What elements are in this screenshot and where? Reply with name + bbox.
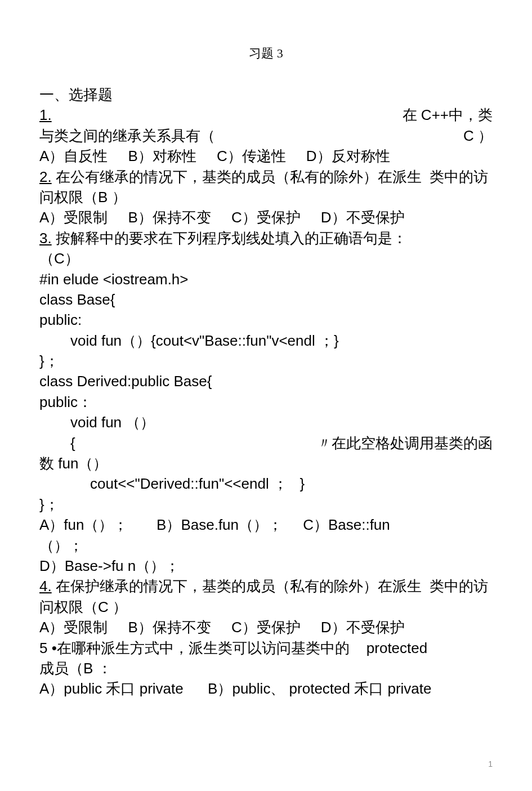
q2-text: 在公有继承的情况下，基类的成员（私有的除外）在派生 类中的访问权限（B ）	[39, 168, 488, 205]
question-4: 4. 在保护继承的情况下，基类的成员（私有的除外）在派生 类中的访问权限（C ）	[39, 576, 493, 617]
q2-number: 2.	[39, 168, 52, 185]
q1-right: 在 C++中，类	[403, 105, 493, 125]
code-line-3: public:	[39, 310, 493, 330]
code-line-1: #in elude <iostream.h>	[39, 269, 493, 289]
question-3-options-2: （）；	[39, 535, 493, 556]
code-line-7: public：	[39, 392, 493, 412]
code-line-10: 数 fun（）	[39, 453, 493, 473]
question-2-options: A）受限制 B）保持不变 C）受保护 D）不受保护	[39, 207, 493, 227]
code-line-9: { 〃在此空格处调用基类的函	[39, 433, 493, 453]
question-3-options-3: D）Base->fu n（）；	[39, 556, 493, 576]
section-heading: 一、选择题	[39, 84, 493, 105]
page-number: 1	[488, 759, 493, 768]
code9-right: 〃在此空格处调用基类的函	[317, 433, 493, 453]
q1-number: 1.	[39, 106, 52, 123]
code-line-5: }；	[39, 351, 493, 371]
q4-number: 4.	[39, 578, 52, 595]
question-3: 3. 按解释中的要求在下列程序划线处填入的正确语句是：	[39, 228, 493, 248]
q3-answer: （C）	[39, 248, 493, 269]
code-line-6: class Derived:public Base{	[39, 371, 493, 391]
code-line-12: }；	[39, 494, 493, 515]
question-1-line2: 与类之间的继承关系具有（ C ）	[39, 126, 493, 146]
question-1-options: A）自反性 B）对称性 C）传递性 D）反对称性	[39, 146, 493, 166]
question-1-line1: 1. 在 C++中，类	[39, 105, 493, 125]
q5-l1-right: protected	[366, 638, 427, 658]
q4-text: 在保护继承的情况下，基类的成员（私有的除外）在派生 类中的访问权限（C ）	[39, 578, 488, 615]
question-5-options: A）public 禾口 private B）public、 protected …	[39, 678, 493, 699]
question-5-line2: 成员（B ：	[39, 658, 493, 678]
question-5-line1: 5 •在哪种派生方式中，派生类可以访问基类中的 protected	[39, 638, 493, 658]
document-content: 一、选择题 1. 在 C++中，类 与类之间的继承关系具有（ C ） A）自反性…	[39, 84, 493, 699]
page-title: 习题 3	[39, 45, 493, 62]
question-4-options: A）受限制 B）保持不变 C）受保护 D）不受保护	[39, 617, 493, 637]
question-3-options-1: A）fun（）； B）Base.fun（）； C）Base::fun	[39, 515, 493, 535]
q3-number: 3.	[39, 230, 52, 247]
q1-l2-right: C ）	[463, 126, 493, 146]
code9-left: {	[70, 433, 75, 453]
q1-l2-left: 与类之间的继承关系具有（	[39, 126, 215, 146]
code-line-4: void fun（）{cout<v"Base::fun"v<endl ；}	[39, 330, 493, 351]
q3-text: 按解释中的要求在下列程序划线处填入的正确语句是：	[52, 230, 407, 247]
code-line-11: cout<<"Derived::fun"<<endl ； }	[39, 473, 493, 494]
code-line-8: void fun （）	[39, 412, 493, 432]
code-line-2: class Base{	[39, 289, 493, 310]
q5-l1-left: 5 •在哪种派生方式中，派生类可以访问基类中的	[39, 638, 350, 658]
question-2: 2. 在公有继承的情况下，基类的成员（私有的除外）在派生 类中的访问权限（B ）	[39, 167, 493, 208]
